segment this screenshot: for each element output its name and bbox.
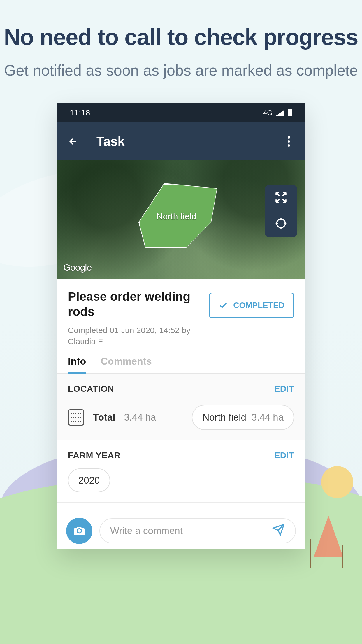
task-completed-meta: Completed 01 Jun 2020, 14:52 by Claudia … — [68, 325, 200, 347]
send-button[interactable] — [272, 523, 285, 538]
signal-icon — [276, 110, 284, 116]
field-chip[interactable]: North field 3.44 ha — [192, 405, 294, 430]
more-menu-button[interactable] — [283, 136, 295, 147]
map-controls — [265, 185, 297, 237]
completed-badge[interactable]: COMPLETED — [209, 293, 294, 318]
tab-comments[interactable]: Comments — [101, 356, 152, 373]
phone-mockup: 11:18 4G Task North field — [57, 103, 305, 549]
total-label: Total — [93, 412, 115, 423]
task-header: Please order welding rods Completed 01 J… — [57, 279, 305, 347]
location-section: LOCATION EDIT Total 3.44 ha North field … — [57, 374, 305, 440]
battery-icon — [288, 109, 292, 116]
comment-bar: Write a comment — [57, 513, 305, 549]
tab-info[interactable]: Info — [68, 356, 86, 373]
svg-point-0 — [277, 219, 285, 228]
status-icons: 4G — [263, 109, 292, 117]
comment-input[interactable]: Write a comment — [99, 518, 296, 543]
more-icon — [288, 136, 290, 139]
field-icon — [68, 409, 84, 426]
app-bar: Task — [57, 123, 305, 160]
map-view[interactable]: North field Google — [57, 160, 305, 279]
task-title: Please order welding rods — [68, 289, 200, 320]
farm-year-section: FARM YEAR EDIT 2020 — [57, 440, 305, 503]
tabs: Info Comments — [57, 347, 305, 374]
hero-title: No need to call to check progress — [0, 25, 362, 49]
screen-title: Task — [96, 134, 283, 149]
locate-button[interactable] — [275, 217, 287, 231]
bg-decoration — [321, 466, 353, 498]
farm-year-heading: FARM YEAR — [68, 450, 121, 460]
check-icon — [219, 301, 228, 310]
map-attribution: Google — [63, 262, 92, 273]
fullscreen-button[interactable] — [275, 191, 287, 205]
field-chip-area: 3.44 ha — [252, 412, 284, 423]
status-time: 11:18 — [70, 108, 90, 118]
field-label: North field — [157, 211, 196, 221]
camera-button[interactable] — [66, 518, 92, 544]
hero-subtitle: Get notified as soon as jobs are marked … — [0, 61, 362, 80]
status-bar: 11:18 4G — [57, 103, 305, 123]
comment-placeholder: Write a comment — [110, 525, 183, 536]
edit-farm-year-button[interactable]: EDIT — [274, 450, 294, 460]
network-label: 4G — [263, 109, 273, 117]
expand-icon — [275, 191, 287, 204]
camera-icon — [73, 524, 86, 537]
edit-location-button[interactable]: EDIT — [274, 384, 294, 394]
total-area: 3.44 ha — [124, 412, 156, 423]
bg-decoration — [314, 516, 343, 556]
send-icon — [272, 523, 285, 536]
location-heading: LOCATION — [68, 384, 114, 394]
completed-label: COMPLETED — [233, 301, 284, 310]
field-chip-name: North field — [202, 412, 246, 423]
bg-decoration — [310, 539, 311, 568]
year-chip[interactable]: 2020 — [68, 468, 110, 492]
crosshair-icon — [275, 217, 287, 230]
arrow-left-icon — [68, 136, 78, 147]
bg-decoration — [342, 545, 343, 568]
back-button[interactable] — [67, 136, 79, 147]
